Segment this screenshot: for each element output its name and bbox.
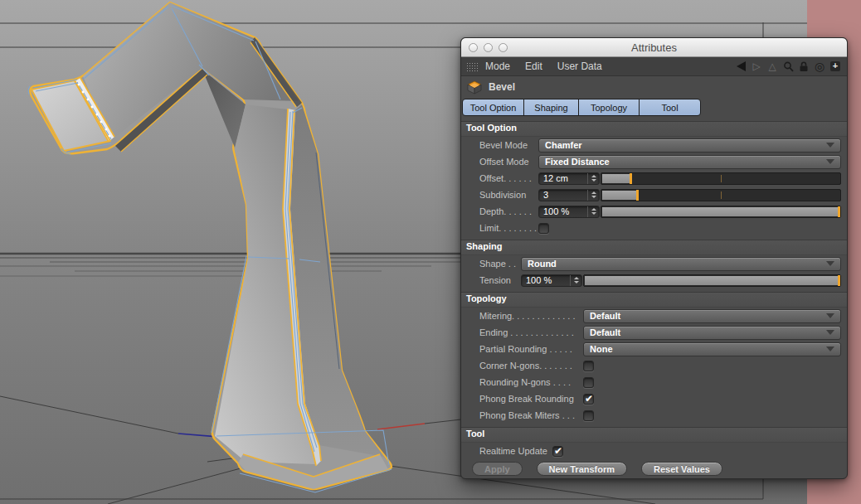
mitering-label: Mitering. . . . . . . . . . . . .: [479, 311, 583, 321]
phong-break-rounding-checkbox[interactable]: [583, 394, 594, 405]
row-offset: Offset. . . . . . 12 cm: [461, 170, 847, 187]
new-transform-button[interactable]: New Transform: [537, 462, 627, 476]
row-phong-break-rounding: Phong Break Rounding: [461, 390, 847, 407]
ending-dropdown[interactable]: Default: [583, 326, 841, 340]
depth-slider[interactable]: [601, 206, 841, 218]
rounding-ngons-checkbox[interactable]: [583, 377, 594, 388]
row-bevel-mode: Bevel Mode Chamfer: [461, 137, 847, 153]
tab-shaping[interactable]: Shaping: [523, 99, 579, 116]
history-back-icon[interactable]: [734, 60, 747, 73]
row-mitering: Mitering. . . . . . . . . . . . . Defaul…: [461, 308, 847, 324]
search-icon[interactable]: [781, 60, 795, 73]
add-panel-icon[interactable]: +: [829, 60, 842, 73]
row-realtime-update: Realtime Update: [461, 443, 847, 459]
partial-rounding-label: Partial Rounding . . . . .: [479, 344, 583, 354]
row-shape: Shape . . Round: [461, 255, 847, 272]
stepper-icon[interactable]: [570, 275, 581, 286]
limit-label: Limit. . . . . . . .: [479, 223, 538, 233]
attributes-panel: Attributes Mode Edit User Data ▷ △ ◎ +: [460, 37, 848, 479]
tension-input[interactable]: 100 %: [521, 274, 582, 287]
chevron-down-icon: [826, 330, 834, 335]
tab-topology[interactable]: Topology: [578, 99, 640, 116]
row-partial-rounding: Partial Rounding . . . . . None: [461, 341, 847, 357]
chevron-down-icon: [826, 346, 834, 351]
chevron-down-icon: [826, 261, 834, 266]
rounding-ngons-label: Rounding N-gons . . . .: [479, 377, 583, 387]
tool-buttons: Apply New Transform Reset Values: [461, 462, 847, 476]
row-ending: Ending . . . . . . . . . . . . . Default: [461, 324, 847, 341]
tab-tool[interactable]: Tool: [639, 99, 701, 116]
corner-ngons-checkbox[interactable]: [583, 361, 594, 371]
section-header-tool: Tool: [461, 427, 847, 443]
section-header-topology: Topology: [461, 292, 847, 308]
bevel-mode-label: Bevel Mode: [479, 140, 538, 150]
offset-mode-dropdown[interactable]: Fixed Distance: [538, 155, 841, 169]
subdivision-slider[interactable]: [601, 189, 841, 201]
tension-slider[interactable]: [583, 274, 841, 287]
grip-dots-icon[interactable]: [466, 62, 478, 71]
shape-dropdown[interactable]: Round: [521, 257, 841, 271]
offset-input[interactable]: 12 cm: [538, 172, 600, 185]
section-header-shaping: Shaping: [461, 240, 847, 255]
subdivision-input[interactable]: 3: [538, 189, 600, 201]
tension-label: Tension: [479, 275, 521, 285]
corner-ngons-label: Corner N-gons. . . . . . .: [479, 361, 583, 371]
panel-menubar: Mode Edit User Data ▷ △ ◎ +: [461, 57, 847, 76]
mitering-dropdown[interactable]: Default: [583, 309, 841, 323]
realtime-update-label: Realtime Update: [479, 446, 547, 456]
chevron-down-icon: [826, 143, 834, 148]
reset-values-button[interactable]: Reset Values: [641, 462, 722, 476]
depth-input[interactable]: 100 %: [538, 206, 600, 218]
apply-button[interactable]: Apply: [472, 462, 523, 476]
lock-icon[interactable]: [797, 60, 810, 73]
history-forward-icon[interactable]: ▷: [750, 60, 763, 73]
row-corner-ngons: Corner N-gons. . . . . . .: [461, 357, 847, 374]
section-header-tool-option: Tool Option: [461, 121, 847, 137]
shape-label: Shape . .: [479, 259, 521, 269]
bevel-cube-icon: [467, 80, 482, 94]
bevel-mode-dropdown[interactable]: Chamfer: [538, 138, 841, 153]
chevron-down-icon: [826, 159, 834, 164]
row-subdivision: Subdivision 3: [461, 187, 847, 203]
target-icon[interactable]: ◎: [813, 60, 826, 73]
stepper-icon[interactable]: [587, 206, 599, 217]
subdivision-label: Subdivision: [479, 190, 538, 200]
offset-mode-label: Offset Mode: [479, 157, 538, 167]
stepper-icon[interactable]: [587, 190, 599, 201]
chevron-down-icon: [826, 313, 834, 318]
row-limit: Limit. . . . . . . .: [461, 220, 847, 236]
object-header: Bevel: [461, 76, 847, 98]
menubar-icons: ▷ △ ◎ +: [732, 60, 842, 73]
app-window: Attributes Mode Edit User Data ▷ △ ◎ +: [0, 0, 861, 504]
partial-rounding-dropdown[interactable]: None: [583, 342, 841, 356]
pyramid-icon: △: [766, 60, 779, 73]
row-depth: Depth. . . . . . 100 %: [461, 203, 847, 220]
panel-titlebar[interactable]: Attributes: [461, 38, 847, 57]
menu-user-data[interactable]: User Data: [557, 61, 602, 72]
limit-checkbox[interactable]: [538, 223, 549, 234]
row-tension: Tension 100 %: [461, 272, 847, 288]
realtime-update-checkbox[interactable]: [552, 446, 563, 457]
depth-label: Depth. . . . . .: [479, 206, 538, 216]
row-offset-mode: Offset Mode Fixed Distance: [461, 153, 847, 170]
offset-slider[interactable]: [601, 172, 841, 185]
phong-break-miters-checkbox[interactable]: [583, 410, 594, 421]
menu-mode[interactable]: Mode: [485, 61, 510, 72]
row-rounding-ngons: Rounding N-gons . . . .: [461, 374, 847, 390]
object-name: Bevel: [489, 81, 515, 93]
phong-break-miters-label: Phong Break Miters . . .: [479, 410, 583, 420]
tab-bar: Tool Option Shaping Topology Tool: [462, 98, 701, 118]
window-title: Attributes: [461, 41, 847, 54]
tab-tool-option[interactable]: Tool Option: [462, 99, 524, 116]
ending-label: Ending . . . . . . . . . . . . .: [479, 327, 583, 337]
stepper-icon[interactable]: [587, 173, 599, 184]
offset-label: Offset. . . . . .: [479, 173, 538, 183]
row-phong-break-miters: Phong Break Miters . . .: [461, 407, 847, 424]
menu-edit[interactable]: Edit: [525, 61, 542, 72]
phong-break-rounding-label: Phong Break Rounding: [479, 394, 583, 404]
